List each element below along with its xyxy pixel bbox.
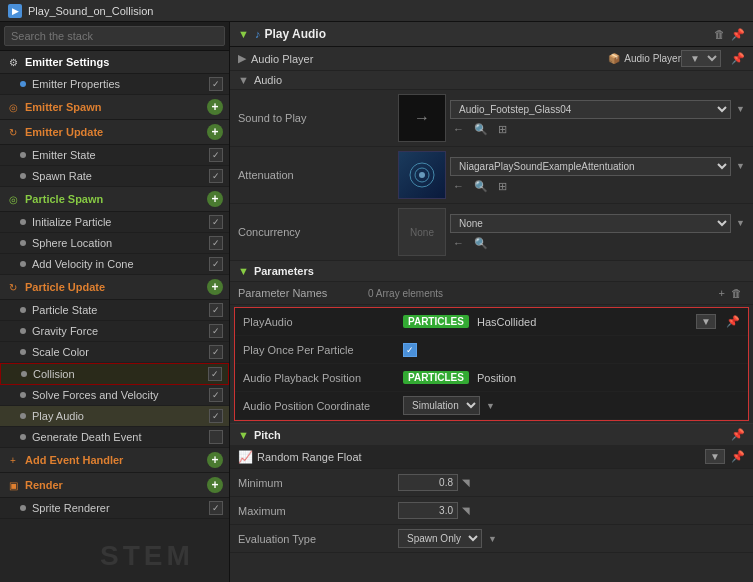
sidebar-item-emitter-update[interactable]: ↻ Emitter Update + [0, 120, 229, 145]
sidebar-item-emitter-state[interactable]: Emitter State [0, 145, 229, 166]
back-icon[interactable]: ← [450, 236, 467, 250]
emitter-state-checkbox[interactable] [209, 148, 223, 162]
scale-color-checkbox[interactable] [209, 345, 223, 359]
play-once-checkbox[interactable] [403, 343, 417, 357]
sidebar-item-render[interactable]: ▣ Render + [0, 473, 229, 498]
search-icon[interactable]: 🔍 [471, 236, 491, 251]
maximum-input[interactable] [398, 502, 458, 519]
particles-badge-2: PARTICLES [403, 371, 469, 384]
add-param-icon[interactable]: + [716, 286, 728, 300]
particle-update-icon: ↻ [6, 280, 20, 294]
sidebar-item-sphere-location[interactable]: Sphere Location [0, 233, 229, 254]
sidebar-item-particle-state[interactable]: Particle State [0, 300, 229, 321]
emitter-properties-checkbox[interactable] [209, 77, 223, 91]
open-icon[interactable]: ⊞ [495, 122, 510, 137]
search-icon[interactable]: 🔍 [471, 179, 491, 194]
open-icon[interactable]: ⊞ [495, 179, 510, 194]
sidebar-item-emitter-settings[interactable]: ⚙ Emitter Settings [0, 51, 229, 74]
search-icon[interactable]: 🔍 [471, 122, 491, 137]
module-icon: 📦 [608, 53, 620, 64]
left-panel: ⚙ Emitter Settings Emitter Properties ◎ … [0, 22, 230, 582]
play-audio-param-pin[interactable]: 📌 [726, 315, 740, 328]
audio-playback-value: PARTICLES Position [403, 371, 740, 384]
sidebar-item-gravity-force[interactable]: Gravity Force [0, 321, 229, 342]
emitter-update-label: Emitter Update [25, 126, 203, 138]
minimum-value: ◥ [398, 474, 745, 491]
sidebar-item-initialize-particle[interactable]: Initialize Particle [0, 212, 229, 233]
random-range-down-btn[interactable]: ▼ [705, 449, 725, 464]
attenuation-row: Attenuation NiagaraPlaySoundExampleAtten… [230, 147, 753, 204]
title-text: Play_Sound_on_Collision [28, 5, 153, 17]
init-particle-checkbox[interactable] [209, 215, 223, 229]
sidebar-item-scale-color[interactable]: Scale Color [0, 342, 229, 363]
audio-position-coord-dropdown[interactable]: Simulation [403, 396, 480, 415]
play-audio-param-value: PARTICLES HasCollided [403, 315, 696, 328]
minimum-row: Minimum ◥ [230, 469, 753, 497]
sidebar-item-sprite-renderer[interactable]: Sprite Renderer [0, 498, 229, 519]
sidebar-item-play-audio[interactable]: Play Audio [0, 406, 229, 427]
generate-death-checkbox[interactable] [209, 430, 223, 444]
particle-spawn-add-button[interactable]: + [207, 191, 223, 207]
collision-checkbox[interactable] [208, 367, 222, 381]
audio-player-dropdown[interactable]: ▼ [681, 50, 721, 67]
dot-icon [20, 81, 26, 87]
concurrency-row: Concurrency None None ▼ ← 🔍 [230, 204, 753, 261]
attenuation-dropdown[interactable]: NiagaraPlaySoundExampleAttentuation [450, 157, 731, 176]
pin-icon[interactable]: 📌 [731, 28, 745, 41]
emitter-properties-label: Emitter Properties [32, 78, 205, 90]
audio-subsection-header[interactable]: ▼ Audio [230, 71, 753, 90]
search-bar[interactable] [0, 22, 229, 51]
particle-update-add-button[interactable]: + [207, 279, 223, 295]
velocity-cone-checkbox[interactable] [209, 257, 223, 271]
add-event-icon: + [6, 453, 20, 467]
solve-forces-checkbox[interactable] [209, 388, 223, 402]
sidebar-item-add-velocity-cone[interactable]: Add Velocity in Cone [0, 254, 229, 275]
dot-icon [20, 392, 26, 398]
sound-to-play-controls: Audio_Footstep_Glass04 ▼ ← 🔍 ⊞ [450, 100, 745, 137]
audio-player-pin-icon[interactable]: 📌 [731, 52, 745, 65]
play-audio-param-row: PlayAudio PARTICLES HasCollided ▼ 📌 [235, 308, 748, 336]
search-input[interactable] [4, 26, 225, 46]
parameters-header[interactable]: ▼ Parameters [230, 261, 753, 282]
dot-icon [20, 219, 26, 225]
maximum-value: ◥ [398, 502, 745, 519]
initialize-particle-label: Initialize Particle [32, 216, 205, 228]
spawn-rate-checkbox[interactable] [209, 169, 223, 183]
pitch-arrow-icon: ▼ [238, 429, 249, 441]
random-range-pin[interactable]: 📌 [731, 450, 745, 463]
emitter-spawn-add-button[interactable]: + [207, 99, 223, 115]
sidebar-item-add-event-handler[interactable]: + Add Event Handler + [0, 448, 229, 473]
emitter-update-add-button[interactable]: + [207, 124, 223, 140]
particle-state-checkbox[interactable] [209, 303, 223, 317]
back-icon[interactable]: ← [450, 122, 467, 136]
attenuation-value: NiagaraPlaySoundExampleAttentuation ▼ ← … [398, 151, 745, 199]
attenuation-controls: NiagaraPlaySoundExampleAttentuation ▼ ← … [450, 157, 745, 194]
trash-param-icon[interactable]: 🗑 [728, 286, 745, 300]
sphere-location-checkbox[interactable] [209, 236, 223, 250]
pitch-pin-icon[interactable]: 📌 [731, 428, 745, 441]
sidebar-item-emitter-properties[interactable]: Emitter Properties [0, 74, 229, 95]
sidebar-item-particle-update[interactable]: ↻ Particle Update + [0, 275, 229, 300]
trash-icon[interactable]: 🗑 [714, 28, 725, 40]
back-icon[interactable]: ← [450, 179, 467, 193]
audio-player-subsection[interactable]: ▶ Audio Player 📦 Audio Player ▼ 📌 [230, 47, 753, 71]
sidebar-item-spawn-rate[interactable]: Spawn Rate [0, 166, 229, 187]
event-handler-add-button[interactable]: + [207, 452, 223, 468]
sprite-renderer-checkbox[interactable] [209, 501, 223, 515]
sidebar-item-collision[interactable]: Collision [0, 363, 229, 385]
play-audio-down-btn[interactable]: ▼ [696, 314, 716, 329]
sidebar-item-emitter-spawn[interactable]: ◎ Emitter Spawn + [0, 95, 229, 120]
chevron-down-icon: ▼ [736, 161, 745, 171]
play-audio-checkbox[interactable] [209, 409, 223, 423]
sidebar-item-generate-death[interactable]: Generate Death Event [0, 427, 229, 448]
render-add-button[interactable]: + [207, 477, 223, 493]
particle-update-label: Particle Update [25, 281, 203, 293]
sidebar-item-solve-forces[interactable]: Solve Forces and Velocity [0, 385, 229, 406]
sidebar-item-particle-spawn[interactable]: ◎ Particle Spawn + [0, 187, 229, 212]
concurrency-dropdown[interactable]: None [450, 214, 731, 233]
gravity-force-checkbox[interactable] [209, 324, 223, 338]
minimum-input[interactable] [398, 474, 458, 491]
evaluation-type-dropdown[interactable]: Spawn Only [398, 529, 482, 548]
sound-dropdown[interactable]: Audio_Footstep_Glass04 [450, 100, 731, 119]
concurrency-thumbnail: None [398, 208, 446, 256]
